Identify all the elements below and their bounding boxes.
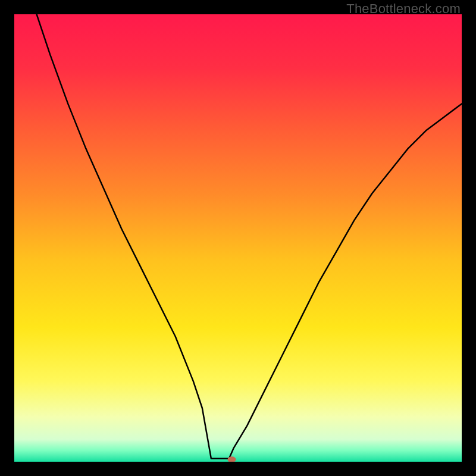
gradient-background [14, 14, 462, 462]
chart-frame [14, 14, 462, 462]
chart-svg [14, 14, 462, 462]
watermark-text: TheBottleneck.com [346, 1, 461, 17]
